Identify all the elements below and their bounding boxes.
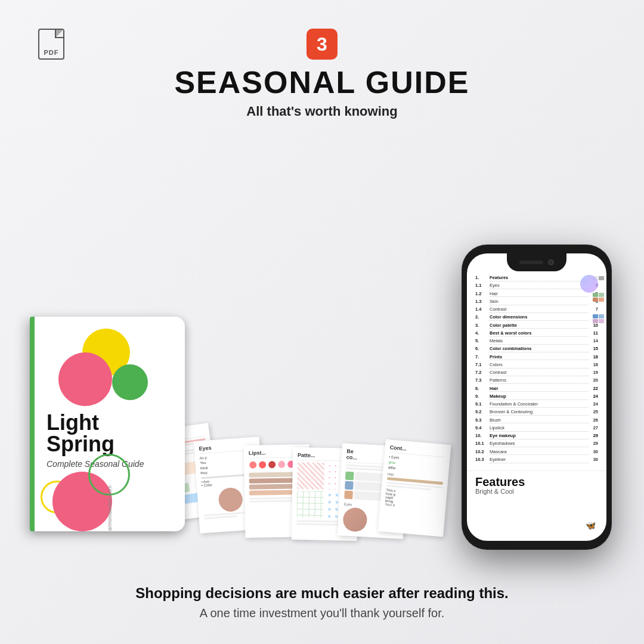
toc-label: Color combinations (490, 346, 589, 352)
subtitle: All that's worth knowing (246, 104, 397, 119)
toc-page-num: 18 (590, 354, 598, 360)
toc-label: Eyes (490, 283, 589, 289)
toc-label: Metals (490, 338, 589, 345)
phone-screen: 1.Features41.1Eyes51.2Hair51.3Skin61.4Co… (467, 253, 606, 541)
toc-number: 10.2 (475, 449, 488, 455)
toc-row: 10.Eye makeup29 (475, 433, 598, 439)
toc-page-num: 24 (590, 401, 598, 407)
eye-photo (218, 487, 243, 512)
toc-number: 10. (475, 433, 488, 439)
toc-number: 7.3 (475, 377, 488, 383)
toc-row: 2.Color dimensions8 (475, 314, 598, 321)
circle-green-top (112, 364, 148, 400)
toc-number: 4. (475, 330, 488, 336)
toc-row: 5.Metals14 (475, 338, 598, 345)
toc-number: 7. (475, 354, 488, 360)
toc-number: 9.1 (475, 401, 488, 407)
toc-label: Contrast (490, 370, 589, 376)
toc-number: 9.2 (475, 409, 488, 415)
toc-label: Colors (490, 362, 589, 369)
toc-page-num: 24 (590, 394, 598, 400)
toc-row: 1.3Skin6 (475, 299, 598, 305)
book-container: Light Spring Complete Seasonal Guide hel… (30, 317, 197, 537)
toc-label: Makeup (490, 394, 589, 400)
toc-label: Color palette (490, 323, 589, 329)
toc-row: 7.2Contrast19 (475, 370, 598, 376)
color-chip (345, 481, 354, 490)
face-photo (342, 507, 367, 532)
phone-speaker (519, 261, 543, 264)
toc-row: 7.3Patterns20 (475, 377, 598, 384)
toc-label: Eyeliner (490, 457, 589, 463)
toc-row: 10.2Mascara30 (475, 449, 598, 456)
swatch-darkgray (599, 276, 604, 280)
color-swatch (268, 461, 275, 468)
toc-page-num: 27 (590, 425, 598, 431)
book-title-line1: Light (47, 412, 173, 434)
toc-number: 2. (475, 314, 488, 320)
toc-label: Eye makeup (490, 433, 589, 439)
toc-number: 1.2 (475, 291, 488, 297)
toc-label: Lipstick (490, 425, 589, 432)
main-title: SEASONAL GUIDE (174, 67, 469, 98)
pdf-label: PDF (44, 49, 59, 56)
toc-row: 10.3Eyeliner30 (475, 457, 598, 463)
toc-label: Best & worst colors (490, 330, 589, 337)
pattern-swatch (297, 462, 324, 490)
toc-page-num: 25 (590, 409, 598, 415)
phone-camera (548, 259, 554, 265)
book-cover: Light Spring Complete Seasonal Guide hel… (30, 317, 185, 531)
toc-row: 10.1Eyeshadows29 (475, 441, 598, 447)
book-email: hello@armoniacolors.com (107, 485, 113, 531)
toc-label: Mascara (490, 449, 589, 456)
toc-number: 9.3 (475, 417, 488, 423)
toc-page-num: 26 (590, 417, 598, 423)
toc-number: 1.3 (475, 299, 488, 305)
toc-page-num: 29 (590, 433, 598, 439)
book-decorative-circles (47, 329, 173, 424)
toc-page-num: 11 (590, 330, 598, 336)
toc-row: 1.4Contrast7 (475, 306, 598, 313)
phone-container: 1.Features41.1Eyes51.2Hair51.3Skin61.4Co… (462, 245, 611, 549)
toc-row: 9.1Foundation & Concealer24 (475, 401, 598, 408)
header-section: 3 SEASONAL GUIDE All that's worth knowin… (174, 0, 469, 131)
color-swatch (278, 461, 285, 468)
color-chip (345, 472, 354, 481)
footer-section: Shopping decisions are much easier after… (112, 573, 532, 644)
toc-row: 9.4Lipstick27 (475, 425, 598, 432)
toc-label: Foundation & Concealer (490, 401, 589, 408)
toc-number: 9.4 (475, 425, 488, 431)
pattern-swatch (296, 491, 324, 518)
toc-label: Skin (490, 299, 589, 305)
toc-label: Blush (490, 417, 589, 424)
toc-row: 8.Hair22 (475, 386, 598, 392)
toc-label: Hair (490, 291, 589, 298)
toc-row: 9.3Blush26 (475, 417, 598, 424)
toc-number: 5. (475, 338, 488, 344)
swatch-lightblue (599, 314, 604, 318)
swatch-lavender (593, 319, 598, 323)
toc-label: Contrast (490, 306, 589, 313)
toc-page-num: 20 (590, 377, 598, 383)
swatch-lightgreen (599, 293, 604, 297)
color-swatch (249, 462, 256, 469)
toc-number: 1. (475, 275, 488, 281)
phone-device: 1.Features41.1Eyes51.2Hair51.3Skin61.4Co… (462, 245, 611, 549)
circle-pink-top (58, 352, 112, 406)
toc-number: 10.3 (475, 457, 488, 463)
toc-number: 1.1 (475, 283, 488, 289)
toc-page-num: 29 (590, 441, 598, 447)
swatch-blue (593, 314, 598, 318)
toc-label: Bronzer & Contouring (490, 409, 589, 416)
phone-bottom-section: Features Bright & Cool (467, 470, 606, 500)
toc-number: 8. (475, 386, 488, 392)
swatch-green (593, 293, 598, 297)
number-badge: 3 (306, 29, 338, 60)
toc-page-num: 14 (590, 338, 598, 344)
swatch-brown (593, 298, 598, 302)
phone-features-subtitle: Bright & Cool (475, 488, 598, 495)
toc-number: 3. (475, 323, 488, 329)
color-chip (344, 491, 353, 500)
toc-label: Color dimensions (490, 314, 589, 321)
toc-number: 10.1 (475, 441, 488, 447)
